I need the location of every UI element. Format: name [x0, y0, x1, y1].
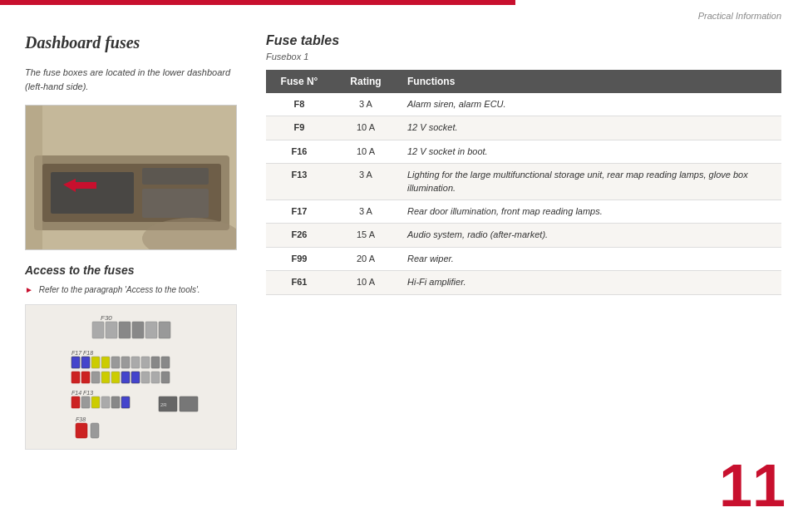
svg-rect-4 [142, 168, 209, 185]
svg-rect-34 [131, 372, 140, 383]
fuse-number-cell: F26 [266, 224, 332, 247]
svg-rect-14 [132, 322, 144, 338]
function-cell: 12 V socket. [399, 116, 781, 140]
fuse-number-cell: F9 [266, 116, 332, 140]
table-row: F133 ALighting for the large multifuncti… [266, 164, 781, 200]
svg-rect-27 [161, 357, 170, 368]
rating-cell: 15 A [332, 224, 399, 247]
function-cell: Rear wiper. [399, 247, 781, 270]
fuse-number-cell: F61 [266, 271, 332, 294]
svg-text:2R: 2R [160, 402, 167, 407]
car-image-inner [26, 106, 236, 249]
svg-rect-16 [159, 322, 170, 338]
rating-cell: 10 A [332, 140, 399, 163]
svg-rect-46 [76, 423, 87, 438]
rating-cell: 10 A [332, 271, 399, 294]
svg-rect-32 [111, 372, 120, 383]
arrow-bullet-icon: ► [25, 285, 33, 294]
svg-rect-12 [106, 322, 117, 338]
description-text: The fuse boxes are located in the lower … [25, 66, 249, 93]
fuse-number-cell: F99 [266, 247, 332, 270]
svg-rect-37 [161, 372, 170, 383]
dashboard-svg [26, 106, 237, 250]
svg-rect-43 [111, 397, 120, 408]
col-functions: Functions [399, 70, 781, 93]
fuse-number-cell: F16 [266, 140, 332, 163]
function-cell: Audio system, radio (after-market). [399, 224, 781, 247]
table-row: F1610 A12 V socket in boot. [266, 140, 781, 163]
svg-rect-20 [91, 357, 100, 368]
svg-text:F38: F38 [76, 416, 86, 422]
page-header: Practical Information [515, 0, 798, 25]
svg-rect-44 [121, 397, 130, 408]
header-title: Practical Information [698, 11, 781, 21]
col-fuse-number: Fuse N° [266, 70, 332, 93]
fuse-diagram: F30 F17 F18 [25, 304, 237, 450]
fuse-table: Fuse N° Rating Functions F83 AAlarm sire… [266, 70, 781, 295]
function-cell: Alarm siren, alarm ECU. [399, 93, 781, 116]
svg-rect-29 [81, 372, 90, 383]
rating-cell: 10 A [332, 116, 399, 140]
svg-rect-15 [145, 322, 157, 338]
svg-text:F14 F13: F14 F13 [71, 390, 93, 396]
top-accent-bar [0, 0, 515, 5]
left-column: Dashboard fuses The fuse boxes are locat… [25, 33, 249, 450]
svg-rect-33 [121, 372, 130, 383]
svg-rect-36 [151, 372, 160, 383]
rating-cell: 3 A [332, 164, 399, 200]
col-rating: Rating [332, 70, 399, 93]
svg-rect-22 [111, 357, 120, 368]
table-row: F9920 ARear wiper. [266, 247, 781, 270]
svg-rect-28 [71, 372, 80, 383]
fuse-tables-title: Fuse tables [266, 33, 781, 48]
car-dashboard-image [25, 105, 237, 250]
rating-cell: 3 A [332, 200, 399, 223]
svg-text:F17 F18: F17 F18 [71, 350, 93, 356]
table-row: F2615 AAudio system, radio (after-market… [266, 224, 781, 247]
svg-rect-31 [101, 372, 110, 383]
fuse-number-cell: F17 [266, 200, 332, 223]
svg-rect-19 [81, 357, 90, 368]
fuse-diagram-svg: F30 F17 F18 [26, 305, 237, 450]
svg-rect-42 [101, 397, 110, 408]
function-cell: 12 V socket in boot. [399, 140, 781, 163]
right-column: Fuse tables Fusebox 1 Fuse N° Rating Fun… [266, 33, 781, 295]
table-header-row: Fuse N° Rating Functions [266, 70, 781, 93]
svg-rect-35 [141, 372, 150, 383]
svg-rect-13 [119, 322, 131, 338]
svg-rect-8 [26, 106, 42, 250]
table-body: F83 AAlarm siren, alarm ECU.F910 A12 V s… [266, 93, 781, 294]
fusebox-label: Fusebox 1 [266, 52, 781, 62]
svg-rect-25 [141, 357, 150, 368]
table-row: F6110 AHi-Fi amplifier. [266, 271, 781, 294]
svg-rect-47 [91, 423, 99, 438]
svg-text:F30: F30 [101, 314, 112, 322]
svg-rect-21 [101, 357, 110, 368]
page-title: Dashboard fuses [25, 33, 249, 52]
function-cell: Rear door illumination, front map readin… [399, 200, 781, 223]
access-text: ► Refer to the paragraph 'Access to the … [25, 283, 249, 296]
table-row: F83 AAlarm siren, alarm ECU. [266, 93, 781, 116]
chapter-number: 11 [719, 456, 786, 515]
function-cell: Lighting for the large multifunctional s… [399, 164, 781, 200]
access-title: Access to the fuses [25, 264, 249, 277]
svg-rect-30 [91, 372, 100, 383]
table-row: F173 ARear door illumination, front map … [266, 200, 781, 223]
fuse-number-cell: F13 [266, 164, 332, 200]
fuse-number-cell: F8 [266, 93, 332, 116]
svg-rect-26 [151, 357, 160, 368]
svg-rect-40 [81, 397, 90, 408]
svg-rect-18 [71, 357, 80, 368]
function-cell: Hi-Fi amplifier. [399, 271, 781, 294]
svg-rect-23 [121, 357, 130, 368]
svg-rect-50 [180, 397, 198, 411]
svg-rect-39 [71, 397, 80, 408]
svg-rect-5 [142, 189, 209, 218]
rating-cell: 20 A [332, 247, 399, 270]
svg-rect-41 [91, 397, 100, 408]
rating-cell: 3 A [332, 93, 399, 116]
svg-rect-24 [131, 357, 140, 368]
svg-rect-3 [51, 172, 134, 214]
table-row: F910 A12 V socket. [266, 116, 781, 140]
access-detail: Refer to the paragraph 'Access to the to… [39, 285, 200, 294]
